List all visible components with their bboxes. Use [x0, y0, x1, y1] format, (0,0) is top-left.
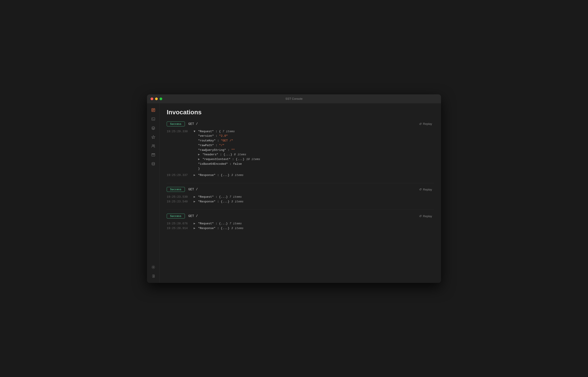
replay-icon-3: ↺ [419, 214, 422, 218]
timestamp-3-2: 19:25:20.914 [167, 226, 194, 231]
status-badge-1: Success [167, 121, 185, 126]
log-line-request-header: 19:25:29.330 ▼ "Request" : { 7 items [167, 129, 434, 134]
traffic-lights [150, 97, 162, 100]
invocation-block-1: Success GET / ↺ Replay 19:25:29.330 ▼ "R… [167, 121, 434, 178]
timestamp-1-1: 19:25:29.330 [167, 129, 194, 134]
replay-icon-2: ↺ [419, 188, 422, 191]
timestamp-3-1: 19:25:20.676 [167, 222, 194, 226]
invocation-header-3: Success GET / ↺ Replay [167, 213, 434, 219]
app-body: Invocations Success GET / ↺ Replay 19:25… [147, 103, 441, 283]
expand-arrow-response-1[interactable]: ▶ [194, 173, 196, 178]
log-line-request-3: 19:25:20.676 ▶ "Request" : {...} 7 items [167, 222, 434, 226]
svg-rect-1 [152, 118, 155, 120]
minimize-button[interactable] [155, 97, 158, 100]
replay-label-3: Replay [423, 214, 432, 218]
sidebar-item-layers[interactable] [149, 124, 157, 132]
divider-1 [167, 183, 434, 183]
replay-button-3[interactable]: ↺ Replay [417, 213, 434, 219]
expand-arrow-response-3[interactable]: ▶ [194, 226, 196, 231]
timestamp-2-2: 19:25:23.540 [167, 200, 194, 204]
request-children: "version" : "2.0" "routeKey" : "GET /" [167, 134, 434, 171]
log-line-rawquerystring: "rawQueryString" : "" [171, 148, 434, 153]
expand-arrow-response-2[interactable]: ▶ [194, 200, 196, 204]
sidebar-item-database[interactable] [149, 160, 157, 168]
log-line-rawpath: "rawPath" : "/" [171, 143, 434, 148]
expand-arrow-1[interactable]: ▼ [194, 129, 196, 134]
expand-arrow-request-2[interactable]: ▶ [194, 195, 196, 200]
sidebar-item-events[interactable] [149, 133, 157, 141]
log-line-closing: } [171, 166, 434, 171]
close-button[interactable] [150, 97, 153, 100]
expand-arrow-request-3[interactable]: ▶ [194, 222, 196, 226]
sidebar [147, 103, 160, 283]
divider-2 [167, 210, 434, 210]
invocation-header-2: Success GET / ↺ Replay [167, 187, 434, 192]
log-line-isbase64: "isBase64Encoded" : false [171, 162, 434, 166]
replay-label-2: Replay [423, 188, 432, 191]
maximize-button[interactable] [160, 97, 162, 100]
log-line-response-2: 19:25:23.540 ▶ "Response" : {...} 3 item… [167, 200, 434, 204]
replay-label-1: Replay [423, 122, 432, 126]
expand-arrow-headers[interactable]: ▶ [198, 153, 200, 157]
invocation-route-2: GET / [188, 188, 417, 191]
svg-point-2 [152, 145, 153, 146]
invocation-header-1: Success GET / ↺ Replay [167, 121, 434, 127]
svg-point-6 [152, 162, 155, 163]
log-line-headers: ▶ "headers" : {...} 8 items [171, 153, 434, 157]
status-badge-2: Success [167, 187, 185, 192]
sidebar-item-archive[interactable] [149, 151, 157, 159]
sidebar-item-terminal[interactable] [149, 115, 157, 123]
window-title: SST Console [286, 97, 302, 100]
titlebar: SST Console [147, 94, 441, 103]
log-content-request-1: ▼ "Request" : { 7 items [194, 129, 434, 134]
log-line-routekey: "routeKey" : "GET /" [171, 139, 434, 143]
sidebar-item-logout[interactable] [149, 272, 157, 280]
expand-arrow-requestcontext[interactable]: ▶ [198, 157, 200, 162]
svg-point-7 [153, 267, 154, 268]
invocation-block-2: Success GET / ↺ Replay 19:25:23.530 ▶ "R… [167, 187, 434, 204]
sidebar-bottom [149, 263, 157, 280]
invocation-route-1: GET / [188, 122, 417, 126]
log-line-version: "version" : "2.0" [171, 134, 434, 139]
invocation-route-3: GET / [188, 214, 417, 218]
main-content: Invocations Success GET / ↺ Replay 19:25… [160, 103, 441, 283]
page-title: Invocations [167, 109, 434, 116]
invocation-block-3: Success GET / ↺ Replay 19:25:20.676 ▶ "R… [167, 213, 434, 231]
log-line-request-2: 19:25:23.530 ▶ "Request" : {...} 7 items [167, 195, 434, 200]
replay-button-1[interactable]: ↺ Replay [417, 121, 434, 127]
svg-point-3 [153, 145, 155, 146]
log-line-requestcontext: ▶ "requestContext" : {...} 10 items [171, 157, 434, 162]
timestamp-1-2: 19:25:29.337 [167, 173, 194, 178]
sidebar-item-invocations[interactable] [149, 106, 157, 114]
sidebar-item-settings[interactable] [149, 263, 157, 271]
app-window: SST Console [147, 94, 441, 283]
replay-button-2[interactable]: ↺ Replay [417, 187, 434, 192]
replay-icon-1: ↺ [419, 122, 422, 126]
log-line-response-1: 19:25:29.337 ▶ "Response" : {...} 3 item… [167, 173, 434, 178]
log-line-response-3: 19:25:20.914 ▶ "Response" : {...} 3 item… [167, 226, 434, 231]
status-badge-3: Success [167, 214, 185, 219]
timestamp-2-1: 19:25:23.530 [167, 195, 194, 200]
log-section-request-1: 19:25:29.330 ▼ "Request" : { 7 items "ve… [167, 129, 434, 171]
sidebar-item-users[interactable] [149, 142, 157, 150]
